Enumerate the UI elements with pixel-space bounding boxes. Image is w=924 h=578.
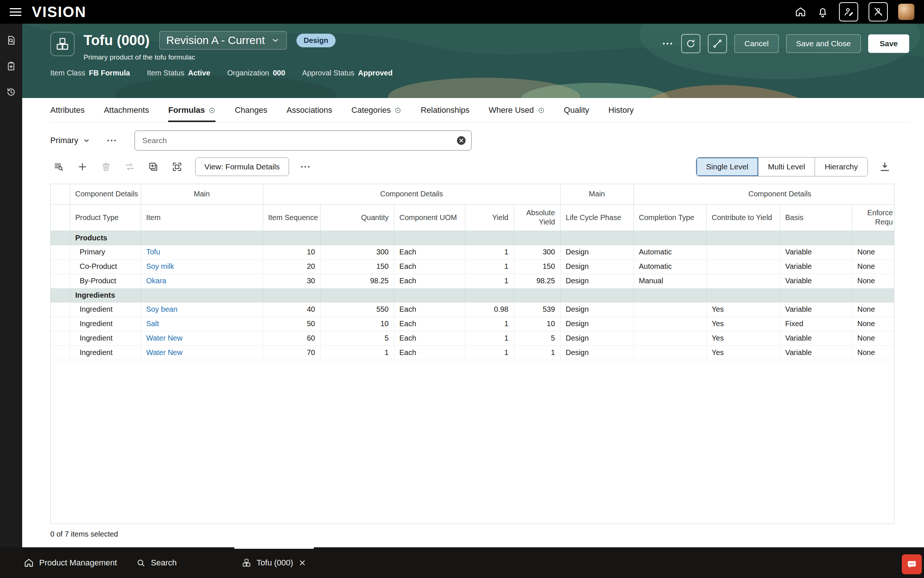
- tab-attachments[interactable]: Attachments: [104, 106, 149, 122]
- taskbar-search[interactable]: Search: [136, 558, 177, 568]
- tab-label: Changes: [235, 106, 267, 115]
- cell-absolute_yield: 150: [514, 259, 560, 274]
- column-header-yield[interactable]: Yield: [465, 204, 514, 231]
- table-row[interactable]: IngredientWater New701Each11DesignYesVar…: [51, 346, 895, 360]
- row-select-cell[interactable]: [51, 346, 70, 360]
- cell-enforce: None: [852, 302, 895, 317]
- item-link[interactable]: Soy milk: [146, 262, 175, 270]
- taskbar-product-management[interactable]: Product Management: [24, 558, 117, 568]
- cell-basis: Variable: [780, 346, 852, 360]
- query-by-example-icon[interactable]: [50, 158, 67, 175]
- tab-history[interactable]: History: [608, 106, 633, 122]
- item-link[interactable]: Soy bean: [146, 305, 178, 313]
- toggle-single-level[interactable]: Single Level: [696, 157, 758, 176]
- column-header-completion-type[interactable]: Completion Type: [633, 204, 706, 231]
- search-input[interactable]: [134, 130, 472, 151]
- item-link[interactable]: Salt: [146, 320, 159, 328]
- chat-assistant-icon: [906, 559, 918, 570]
- item-link[interactable]: Water New: [146, 348, 183, 357]
- toggle-hierarchy[interactable]: Hierarchy: [815, 157, 867, 176]
- column-header-absolute-yield[interactable]: Absolute Yield: [514, 204, 560, 231]
- cell-life_cycle_phase: Design: [560, 331, 633, 346]
- cell-item: Water New: [141, 331, 263, 346]
- column-header-item-sequence[interactable]: Item Sequence: [263, 204, 320, 231]
- table-row[interactable]: IngredientSalt5010Each110DesignYesFixedN…: [51, 317, 895, 331]
- row-select-cell[interactable]: [51, 302, 70, 317]
- duplicate-icon[interactable]: [145, 158, 162, 175]
- column-header-basis[interactable]: Basis: [780, 204, 852, 231]
- filter-overflow-menu-icon[interactable]: [106, 135, 118, 146]
- table-row[interactable]: IngredientWater New605Each15DesignYesVar…: [51, 331, 895, 346]
- top-bar: VISION: [0, 0, 924, 24]
- toggle-multi-level[interactable]: Multi Level: [758, 157, 815, 176]
- document-search-icon[interactable]: [6, 35, 17, 46]
- table-row[interactable]: Co-ProductSoy milk20150Each1150DesignAut…: [51, 259, 895, 274]
- column-header-quantity[interactable]: Quantity: [320, 204, 394, 231]
- user-slash-icon: [873, 6, 884, 17]
- row-select-cell[interactable]: [51, 317, 70, 331]
- view-formula-details-button[interactable]: View: Formula Details: [195, 157, 289, 176]
- row-select-cell[interactable]: [51, 259, 70, 274]
- table-row[interactable]: By-ProductOkara3098.25Each198.25DesignMa…: [51, 274, 895, 288]
- column-group-header: Main: [560, 184, 633, 204]
- column-header-enforce-requ[interactable]: Enforce Requ: [852, 204, 895, 231]
- header-overflow-menu-icon[interactable]: [661, 37, 674, 50]
- row-select-cell[interactable]: [51, 331, 70, 346]
- user-avatar[interactable]: [898, 4, 914, 20]
- tab-attributes[interactable]: Attributes: [50, 106, 85, 122]
- column-header-label: Absolute Yield: [519, 208, 555, 227]
- tab-label: Where Used: [489, 106, 534, 115]
- cell-yield: 1: [465, 259, 514, 274]
- home-icon[interactable]: [795, 6, 806, 18]
- column-header-component-uom[interactable]: Component UOM: [394, 204, 465, 231]
- cell-basis: Fixed: [780, 317, 852, 331]
- close-icon[interactable]: [298, 559, 306, 567]
- revision-dropdown[interactable]: Revision A - Current: [159, 31, 287, 50]
- tab-categories[interactable]: Categories: [351, 106, 401, 122]
- taskbar-active-tab[interactable]: Tofu (000): [234, 547, 314, 578]
- tab-where-used[interactable]: Where Used: [489, 106, 544, 122]
- tabs-row: AttributesAttachmentsFormulasChangesAsso…: [50, 98, 909, 122]
- group-row-products[interactable]: Products: [51, 231, 895, 245]
- user-edit-button[interactable]: [839, 2, 858, 21]
- tab-relationships[interactable]: Relationships: [421, 106, 469, 122]
- hamburger-menu-icon[interactable]: [10, 8, 21, 16]
- column-header-product-type[interactable]: Product Type: [70, 204, 141, 231]
- cell-quantity: 1: [320, 346, 394, 360]
- table-row[interactable]: IngredientSoy bean40550Each0.98539Design…: [51, 302, 895, 317]
- cell-enforce: None: [852, 245, 895, 259]
- column-header-life-cycle-phase[interactable]: Life Cycle Phase: [560, 204, 633, 231]
- save-button[interactable]: Save: [868, 34, 909, 53]
- download-icon[interactable]: [879, 161, 891, 173]
- column-header-item[interactable]: Item: [141, 204, 263, 231]
- refresh-button[interactable]: [681, 34, 701, 53]
- column-header-contribute-to-yield[interactable]: Contribute to Yield: [706, 204, 780, 231]
- add-row-icon[interactable]: [74, 158, 91, 175]
- row-select-cell[interactable]: [51, 274, 70, 288]
- tab-associations[interactable]: Associations: [286, 106, 332, 122]
- search-clear-icon[interactable]: [456, 135, 466, 146]
- clipboard-add-icon[interactable]: [6, 61, 17, 72]
- row-select-cell[interactable]: [51, 245, 70, 259]
- cell-quantity: 150: [320, 259, 394, 274]
- table-row[interactable]: PrimaryTofu10300Each1300DesignAutomaticV…: [51, 245, 895, 259]
- toolbar-overflow-menu-icon[interactable]: [299, 161, 311, 173]
- history-icon[interactable]: [6, 86, 17, 97]
- group-row-ingredients[interactable]: Ingredients: [51, 288, 895, 302]
- tab-label: Formulas: [168, 106, 205, 115]
- lineage-flow-button[interactable]: [708, 34, 727, 53]
- assistant-button[interactable]: [902, 554, 922, 574]
- expand-icon[interactable]: [168, 158, 186, 175]
- tab-formulas[interactable]: Formulas: [168, 106, 215, 122]
- primary-filter-dropdown[interactable]: Primary: [50, 136, 90, 145]
- item-link[interactable]: Tofu: [146, 248, 160, 256]
- table-toolbar: View: Formula Details Single LevelMulti …: [50, 157, 909, 176]
- tab-quality[interactable]: Quality: [564, 106, 589, 122]
- save-and-close-button[interactable]: Save and Close: [786, 34, 861, 53]
- user-slash-button[interactable]: [869, 2, 888, 21]
- item-link[interactable]: Okara: [146, 277, 166, 285]
- cancel-button[interactable]: Cancel: [735, 34, 778, 53]
- tab-changes[interactable]: Changes: [235, 106, 267, 122]
- item-link[interactable]: Water New: [146, 334, 183, 342]
- notifications-bell-icon[interactable]: [817, 6, 829, 18]
